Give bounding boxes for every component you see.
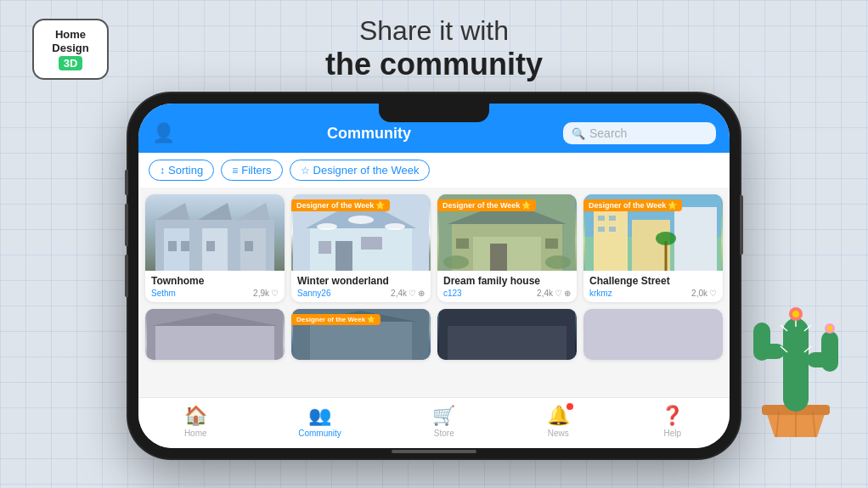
card-winter[interactable]: Designer of the Week ⭐: [291, 194, 431, 302]
designer-badge-dream: Designer of the Week ⭐: [437, 199, 536, 211]
svg-point-27: [443, 255, 469, 269]
svg-rect-47: [448, 326, 566, 360]
card-image-row2-4: [583, 309, 723, 360]
card-author-winter[interactable]: Sanny26: [297, 289, 330, 298]
card-likes-townhome: 2,9k ♡: [253, 289, 279, 298]
sorting-label: Sorting: [168, 164, 203, 177]
svg-point-18: [348, 216, 374, 224]
svg-rect-8: [181, 241, 189, 251]
svg-rect-7: [168, 241, 177, 251]
svg-point-39: [656, 232, 676, 245]
card-info-dream: Dream family house c123 2,4k ♡ ⊕: [437, 271, 577, 302]
store-icon: 🛒: [432, 405, 455, 427]
phone-button-vol-down: [125, 255, 128, 297]
svg-rect-26: [545, 238, 558, 249]
nav-store-label: Store: [434, 429, 454, 438]
svg-rect-37: [609, 227, 616, 232]
card-grid: Townhome Sethm 2,9k ♡: [145, 194, 723, 302]
svg-rect-44: [310, 322, 412, 360]
card-image-townhome: [145, 194, 285, 271]
card-image-row2-3: [437, 309, 577, 360]
card-meta-challenge: krkmz 2,0k ♡: [589, 289, 717, 298]
header-title: Community: [327, 125, 411, 143]
tagline-light: Share it with: [0, 15, 868, 47]
card-title-townhome: Townhome: [151, 275, 279, 287]
svg-point-66: [827, 326, 832, 331]
svg-marker-6: [236, 203, 270, 220]
svg-rect-16: [318, 241, 331, 254]
logo-badge: 3D: [59, 56, 83, 70]
phone-button-vol-up: [125, 204, 128, 246]
card-likes-winter: 2,4k ♡ ⊕: [391, 289, 425, 298]
card-row2-4[interactable]: [583, 309, 723, 360]
sorting-button[interactable]: ↕ Sorting: [149, 160, 214, 181]
help-icon: ❓: [661, 405, 684, 427]
card-townhome[interactable]: Townhome Sethm 2,9k ♡: [145, 194, 285, 302]
card-image-dream: Designer of the Week ⭐: [437, 194, 577, 271]
card-likes-challenge: 2,0k ♡: [691, 289, 717, 298]
designer-badge-winter: Designer of the Week ⭐: [291, 199, 390, 211]
nav-community[interactable]: 👥 Community: [298, 405, 341, 438]
card-row2-3[interactable]: [437, 309, 577, 360]
phone-button-mute: [125, 170, 128, 195]
nav-home-label: Home: [184, 429, 207, 438]
nav-help[interactable]: ❓ Help: [661, 405, 684, 438]
card-info-challenge: Challenge Street krkmz 2,0k ♡: [583, 271, 723, 302]
card-likes-dream: 2,4k ♡ ⊕: [537, 289, 571, 298]
row2a-svg: [145, 309, 285, 360]
svg-rect-53: [783, 318, 809, 412]
designer-of-week-button[interactable]: ☆ Designer of the Week: [290, 160, 431, 181]
community-icon: 👥: [308, 405, 331, 427]
nav-news[interactable]: 🔔 News: [547, 405, 570, 438]
card-challenge[interactable]: Designer of the Week ⭐: [583, 194, 723, 302]
card-title-dream: Dream family house: [443, 275, 571, 287]
card-image-row2-1: [145, 309, 285, 360]
card-row2-2[interactable]: Designer of the Week ⭐: [291, 309, 431, 360]
nav-home[interactable]: 🏠 Home: [184, 405, 207, 438]
phone-notch: [379, 104, 489, 122]
filters-label: Filters: [241, 164, 271, 177]
card-image-row2-2: Designer of the Week ⭐: [291, 309, 431, 360]
filters-button[interactable]: ≡ Filters: [221, 160, 282, 181]
phone-mockup: 👤 Community 🔍 Search ↕ Sorting ≡ Filters: [128, 93, 740, 458]
card-meta-dream: c123 2,4k ♡ ⊕: [443, 289, 571, 298]
card-image-winter: Designer of the Week ⭐: [291, 194, 431, 271]
townhome-svg: [145, 194, 285, 271]
search-bar[interactable]: 🔍 Search: [563, 122, 716, 144]
svg-rect-10: [245, 241, 253, 251]
svg-rect-34: [598, 216, 605, 221]
card-image-challenge: Designer of the Week ⭐: [583, 194, 723, 271]
home-icon: 🏠: [184, 405, 207, 427]
svg-rect-14: [335, 241, 352, 271]
logo-text: HomeDesign: [52, 28, 88, 54]
card-meta-winter: Sanny26 2,4k ♡ ⊕: [297, 289, 425, 298]
app-logo: HomeDesign 3D: [32, 19, 109, 80]
card-meta-townhome: Sethm 2,9k ♡: [151, 289, 279, 298]
card-author-townhome[interactable]: Sethm: [151, 289, 176, 298]
card-info-townhome: Townhome Sethm 2,9k ♡: [145, 271, 285, 302]
card-title-winter: Winter wonderland: [297, 275, 425, 287]
svg-rect-57: [821, 331, 838, 372]
svg-point-19: [385, 223, 405, 230]
svg-marker-5: [198, 203, 232, 220]
card-author-dream[interactable]: c123: [443, 289, 462, 298]
tagline-bold: the community: [0, 47, 868, 82]
nav-news-label: News: [548, 429, 569, 438]
card-grid-row2: Designer of the Week ⭐: [145, 309, 723, 360]
card-dream[interactable]: Designer of the Week ⭐: [437, 194, 577, 302]
svg-rect-55: [753, 323, 770, 361]
svg-point-64: [792, 311, 799, 317]
card-author-challenge[interactable]: krkmz: [589, 289, 612, 298]
card-title-challenge: Challenge Street: [589, 275, 717, 287]
svg-rect-41: [155, 326, 274, 360]
card-row2-1[interactable]: [145, 309, 285, 360]
svg-point-17: [317, 223, 337, 230]
nav-store[interactable]: 🛒 Store: [432, 405, 455, 438]
phone-screen: 👤 Community 🔍 Search ↕ Sorting ≡ Filters: [138, 104, 730, 448]
card-info-winter: Winter wonderland Sanny26 2,4k ♡ ⊕: [291, 271, 431, 302]
svg-rect-32: [632, 220, 670, 271]
nav-community-label: Community: [298, 429, 341, 438]
designer-badge-row2: Designer of the Week ⭐: [291, 314, 380, 325]
user-icon[interactable]: 👤: [152, 122, 175, 144]
svg-rect-36: [598, 227, 605, 232]
